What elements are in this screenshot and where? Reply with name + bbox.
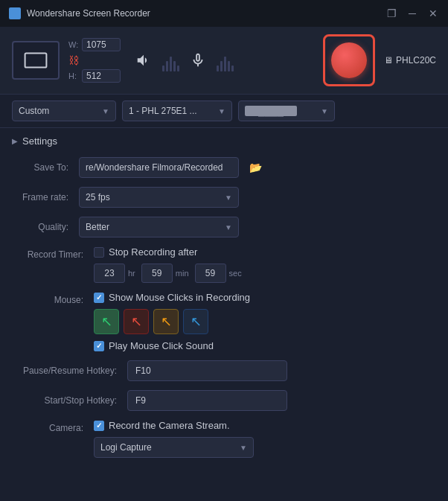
camera-row: Camera: Record the Camera Stream. Logi C… xyxy=(12,420,436,458)
frame-rate-value: 25 fps xyxy=(86,192,110,202)
play-click-sound-checkbox-label[interactable]: Play Mouse Click Sound xyxy=(94,340,250,351)
mouse-label: Mouse: xyxy=(12,292,94,305)
record-button[interactable] xyxy=(323,34,375,86)
height-label: H: xyxy=(68,71,79,80)
play-click-sound-checkbox[interactable] xyxy=(94,341,104,351)
settings-title: Settings xyxy=(22,135,57,147)
vol-bar-3 xyxy=(170,57,172,71)
show-clicks-text: Show Mouse Clicks in Recording xyxy=(109,292,250,303)
mic-button[interactable] xyxy=(184,46,212,74)
camera-checkbox-text: Record the Camera Stream. xyxy=(109,420,230,431)
camera-checkbox[interactable] xyxy=(94,421,104,431)
pause-hotkey-label: Pause/Resume Hotkey: xyxy=(12,366,127,376)
top-controls: W: ⛓ H: xyxy=(0,27,448,95)
link-row: ⛓ xyxy=(68,54,121,66)
resolution-dropdown[interactable]: Custom ▼ xyxy=(12,100,116,121)
seconds-input[interactable]: 59 xyxy=(195,264,226,283)
mouse-row: Mouse: Show Mouse Clicks in Recording ↖ … xyxy=(12,292,436,351)
dropdown-row: Custom ▼ 1 - PHL 275E1 ... ▼ ████ ▼ xyxy=(0,95,448,128)
camera-controls: Record the Camera Stream. Logi Capture ▼ xyxy=(94,420,254,458)
vol-bar-2 xyxy=(166,61,168,71)
width-row: W: xyxy=(68,38,121,51)
pause-hotkey-row: Pause/Resume Hotkey: F10 xyxy=(12,360,436,381)
save-to-row: Save To: re/Wondershare Filmora/Recorded… xyxy=(12,157,436,178)
record-timer-label: Record Timer: xyxy=(12,246,94,260)
vol-bar-5 xyxy=(177,66,179,71)
record-timer-controls: Stop Recording after 23 hr 59 min 59 sec xyxy=(94,246,245,283)
app-icon xyxy=(9,7,21,19)
camera-select[interactable]: Logi Capture ▼ xyxy=(94,437,254,458)
show-clicks-checkbox[interactable] xyxy=(94,293,104,303)
camera-arrow: ▼ xyxy=(240,444,247,452)
quality-label: Quality: xyxy=(12,222,79,232)
quality-value: Better xyxy=(86,222,109,232)
dimension-inputs: W: ⛓ H: xyxy=(68,38,121,83)
width-label: W: xyxy=(68,40,79,49)
show-clicks-checkbox-label[interactable]: Show Mouse Clicks in Recording xyxy=(94,292,250,303)
speaker-button[interactable] xyxy=(129,46,158,74)
height-input[interactable] xyxy=(82,69,121,83)
stop-recording-checkbox-label[interactable]: Stop Recording after xyxy=(94,246,245,258)
quality-select[interactable]: Better ▼ xyxy=(79,217,239,237)
audio-value: 1 - PHL 275E1 ... xyxy=(129,106,197,116)
folder-icon[interactable]: 📂 xyxy=(249,162,262,173)
min-label: min xyxy=(176,269,189,278)
link-icon[interactable]: ⛓ xyxy=(68,54,79,66)
screen-shape-selector[interactable] xyxy=(12,41,60,80)
save-path-text: re/Wondershare Filmora/Recorded xyxy=(86,162,223,173)
audio-section xyxy=(129,46,314,74)
audio-dropdown[interactable]: 1 - PHL 275E1 ... ▼ xyxy=(122,100,232,121)
mic-bar-1 xyxy=(217,66,219,71)
cursor-blue-btn[interactable]: ↖ xyxy=(183,309,208,334)
settings-section: ▶ Settings Save To: re/Wondershare Filmo… xyxy=(0,128,448,474)
resolution-value: Custom xyxy=(19,106,49,116)
camera-checkbox-label[interactable]: Record the Camera Stream. xyxy=(94,420,254,431)
frame-rate-arrow: ▼ xyxy=(225,194,232,202)
start-stop-hotkey-value[interactable]: F9 xyxy=(127,390,287,411)
quality-arrow: ▼ xyxy=(225,223,232,232)
frame-rate-row: Frame rate: 25 fps ▼ xyxy=(12,187,436,208)
frame-rate-label: Frame rate: xyxy=(12,192,79,202)
start-stop-hotkey-label: Start/Stop Hotkey: xyxy=(12,395,127,406)
camera-value: Logi Capture xyxy=(100,442,152,453)
mic-level-bars xyxy=(217,49,234,71)
vol-bar-1 xyxy=(162,66,164,71)
settings-arrow-icon: ▶ xyxy=(12,137,18,145)
width-input[interactable] xyxy=(82,38,121,51)
mic-bar-2 xyxy=(220,61,223,71)
minutes-input[interactable]: 59 xyxy=(141,264,173,283)
mic-arrow: ▼ xyxy=(321,107,328,115)
mic-bar-3 xyxy=(224,57,226,71)
cursor-style-buttons: ↖ ↖ ↖ ↖ xyxy=(94,309,250,334)
svg-rect-0 xyxy=(25,53,47,67)
stop-recording-text: Stop Recording after xyxy=(109,246,197,258)
cursor-red-btn[interactable]: ↖ xyxy=(124,309,149,334)
stop-recording-checkbox[interactable] xyxy=(94,247,104,258)
frame-rate-select[interactable]: 25 fps ▼ xyxy=(79,187,239,208)
close-button[interactable]: ✕ xyxy=(427,7,439,19)
mic-dropdown[interactable]: ████ ▼ xyxy=(238,100,335,121)
save-to-value-row: re/Wondershare Filmora/Recorded 📂 xyxy=(79,157,262,178)
title-bar-controls: ❐ ─ ✕ xyxy=(385,7,439,19)
mic-value-blurred: ████ xyxy=(245,106,297,116)
settings-header[interactable]: ▶ Settings xyxy=(12,135,436,147)
play-click-sound-text: Play Mouse Click Sound xyxy=(109,340,214,351)
audio-level-bars xyxy=(162,49,179,71)
hours-input[interactable]: 23 xyxy=(94,264,125,283)
cursor-default-btn[interactable]: ↖ xyxy=(94,309,119,334)
cursor-yellow-btn[interactable]: ↖ xyxy=(153,309,179,334)
monitor-icon: 🖥 xyxy=(384,55,393,66)
pause-hotkey-value[interactable]: F10 xyxy=(127,360,287,381)
resolution-arrow: ▼ xyxy=(102,107,109,115)
minimize-button[interactable]: ─ xyxy=(406,7,418,19)
audio-arrow: ▼ xyxy=(218,107,225,115)
maximize-button[interactable]: ❐ xyxy=(385,7,397,19)
monitor-label: 🖥 PHLC20C xyxy=(384,55,436,66)
save-to-label: Save To: xyxy=(12,162,79,173)
sec-label: sec xyxy=(229,269,242,278)
save-to-path[interactable]: re/Wondershare Filmora/Recorded xyxy=(79,157,239,178)
mic-bar-5 xyxy=(231,66,234,71)
camera-label: Camera: xyxy=(12,420,94,433)
mouse-controls: Show Mouse Clicks in Recording ↖ ↖ ↖ ↖ xyxy=(94,292,250,351)
record-circle xyxy=(331,42,367,78)
